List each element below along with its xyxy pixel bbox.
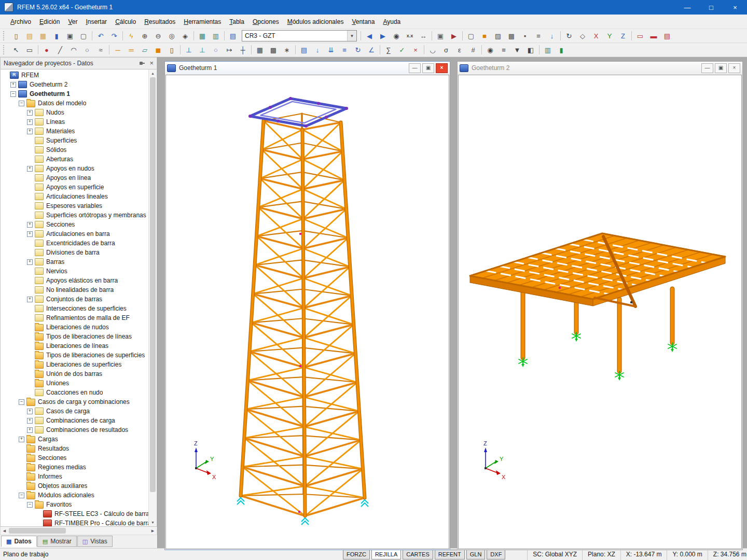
vertical-scroll-thumb[interactable] [150,77,156,492]
tree-item-uniones[interactable]: Uniones [1,379,148,388]
table-manager-button[interactable]: ▥ [209,30,223,42]
tree-item-articulaciones-lineales[interactable]: Articulaciones lineales [1,192,148,201]
open-button[interactable]: ▤ [23,30,36,42]
tree-item-modulos-adicionales[interactable]: −Módulos adicionales [1,491,148,500]
tree-item-intersecciones-de-superficies[interactable]: Intersecciones de superficies [1,304,148,313]
tree-item-aberturas[interactable]: Aberturas [1,155,148,164]
print-graphic-button[interactable]: ▭ [633,30,647,42]
member-set-button[interactable]: ═ [125,44,138,56]
tree-item-apoyos-en-linea[interactable]: Apoyos en línea [1,173,148,183]
view-in-y-button[interactable]: Y [603,30,616,42]
model-3d-view-goetheturm-2[interactable]: ZYX [459,75,741,549]
tree-item-materiales[interactable]: +Materiales [1,127,148,136]
new-table-button[interactable]: ▦ [196,30,209,42]
tree-item-excentricidades-de-barra[interactable]: Excentricidades de barra [1,239,148,248]
model-window-goetheturm-1[interactable]: Goetheturm 1 —▣× ZYX [164,61,450,550]
viewport-goetheturm-1[interactable]: ZYX [165,75,449,549]
menu-opciones[interactable]: Opciones [248,16,283,28]
tree-item-nervios[interactable]: Nervios [1,267,148,276]
zoom-window-button[interactable]: ◎ [165,30,178,42]
model-window-titlebar[interactable]: Goetheturm 1 —▣× [165,62,450,74]
menu-ayuda[interactable]: Ayuda [379,16,405,28]
visibility-modes-button[interactable]: ◉ [483,44,497,56]
insert-surface-button[interactable]: ▱ [138,44,151,56]
tree-item-apoyos-elasticos-en-barra[interactable]: Apoyos elásticos en barra [1,276,148,285]
tree-item-rf-timber-pro-calculo-de-barras[interactable]: RF-TIMBER Pro - Cálculo de barras [1,519,148,526]
tree-item-nudos[interactable]: +Nudos [1,108,148,117]
toolbar1-grip[interactable] [3,31,7,40]
combo-dropdown-arrow-icon[interactable]: ▼ [347,31,356,41]
toolbar2-grip[interactable] [3,45,7,54]
mdi-minimize-button[interactable]: — [701,63,713,73]
status-toggle-refent[interactable]: REFENT [435,550,465,559]
tree-item-coacciones-en-nudo[interactable]: Coacciones en nudo [1,388,148,397]
shrink-members-button[interactable]: ▪ [518,30,532,42]
menu-insertar[interactable]: Insertar [81,16,111,28]
tree-item-tipos-de-liberaciones-de-superficies[interactable]: Tipos de liberaciones de superficies [1,351,148,360]
pan-view-button[interactable]: ◈ [178,30,192,42]
stresses-button[interactable]: ε [453,44,466,56]
collapse-icon[interactable]: − [19,399,24,405]
tree-item-apoyos-en-nudos[interactable]: +Apoyos en nudos [1,164,148,173]
model-window-titlebar[interactable]: Goetheturm 2 —▣× [458,62,742,74]
stop-calculation-button[interactable]: × [409,44,422,56]
menu-ventana[interactable]: Ventana [348,16,379,28]
tree-vertical-scrollbar[interactable]: ▲ ▼ [148,69,157,526]
close-button[interactable]: × [723,0,747,15]
insert-opening-button[interactable]: ▯ [165,44,178,56]
mdi-restore-button[interactable]: ▣ [422,63,434,73]
collapse-icon[interactable]: − [19,493,24,498]
scroll-up-icon[interactable]: ▲ [149,69,157,77]
viewport-goetheturm-2[interactable]: ZYX [458,75,742,549]
tree-item-liberaciones-de-nudos[interactable]: Liberaciones de nudos [1,323,148,332]
view-in-x-button[interactable]: X [589,30,603,42]
insert-solid-button[interactable]: ◼ [151,44,165,56]
view-in-z-button[interactable]: Z [616,30,630,42]
undo-button[interactable]: ↶ [94,30,107,42]
new-load-case-button[interactable]: ▤ [297,44,311,56]
show-deformation-button[interactable]: ◡ [426,44,439,56]
show-loads-button[interactable]: ↓ [545,30,559,42]
object-numbering-button[interactable]: ≡ [532,30,545,42]
mdi-minimize-button[interactable]: — [409,63,421,73]
menu-archivo[interactable]: Archivo [6,16,35,28]
export-pdf-button[interactable]: ▬ [647,30,660,42]
tree-item-no-linealidades-de-barra[interactable]: No linealidades de barra [1,285,148,295]
tree-item-regiones-medias[interactable]: Regiones medias [1,463,148,472]
mdi-close-button[interactable]: × [436,63,448,73]
menu-modulos-adicionales[interactable]: Módulos adicionales [283,16,348,28]
tree-item-refinamientos-de-malla-de-ef[interactable]: Refinamientos de malla de EF [1,313,148,323]
pin-icon[interactable] [139,60,145,66]
tree-item-rf-steel-ec3-calculo-de-barras[interactable]: RF-STEEL EC3 - Cálculo de barras [1,509,148,519]
new-button[interactable]: ▯ [9,30,23,42]
expand-icon[interactable]: + [27,166,33,172]
mdi-close-button[interactable]: × [728,63,740,73]
zoom-out-button[interactable]: ⊖ [151,30,165,42]
tree-item-superficies-ortotropas-y-membranas[interactable]: Superficies ortótropas y membranas [1,211,148,220]
solid-display-button[interactable]: ■ [478,30,491,42]
model-3d-view-goetheturm-1[interactable]: ZYX [166,75,449,549]
tree-item-casos-de-carga[interactable]: +Casos de carga [1,407,148,416]
tree-item-barras[interactable]: +Barras [1,257,148,267]
load-case-button[interactable]: ▤ [226,30,240,42]
moment-load-button[interactable]: ↻ [351,44,365,56]
tree-item-tipos-de-liberaciones-de-lineas[interactable]: Tipos de liberaciones de líneas [1,332,148,341]
expand-icon[interactable]: + [27,231,33,237]
expand-icon[interactable]: + [27,259,33,265]
navigator-tab-mostrar[interactable]: ▤Mostrar [37,536,77,547]
tree-item-casos-de-carga-y-combinaciones[interactable]: −Casos de carga y combinaciones [1,397,148,407]
insert-node-button[interactable]: ● [40,44,53,56]
tree-item-secciones[interactable]: Secciones [1,453,148,463]
tree-item-resultados[interactable]: Resultados [1,444,148,453]
scroll-down-icon[interactable]: ▼ [149,519,157,526]
generate-mesh-button[interactable]: ▦ [253,44,267,56]
tree-item-divisiones-de-barra[interactable]: Divisiones de barra [1,248,148,257]
zoom-in-button[interactable]: ⊕ [138,30,151,42]
insert-circle-button[interactable]: ○ [80,44,94,56]
print-button[interactable]: ▣ [63,30,77,42]
snapshot-button[interactable]: ▣ [434,30,447,42]
tree-item-conjuntos-de-barras[interactable]: +Conjuntos de barras [1,295,148,304]
tree-item-lineas[interactable]: +Líneas [1,117,148,127]
nodal-load-button[interactable]: ↓ [311,44,324,56]
check-model-button[interactable]: ✓ [395,44,409,56]
